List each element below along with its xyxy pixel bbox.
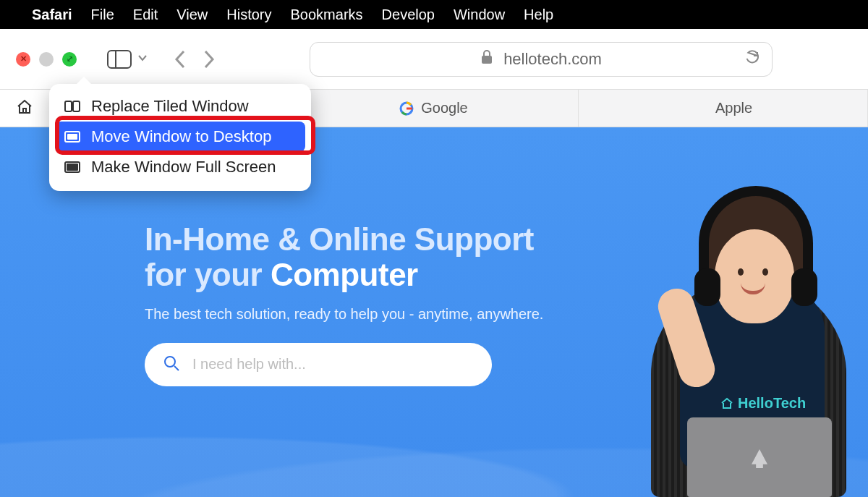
menubar-file[interactable]: File <box>91 7 114 23</box>
macos-menubar: Safari File Edit View History Bookmarks … <box>0 0 868 29</box>
svg-rect-8 <box>67 134 77 140</box>
fullscreen-icon <box>64 161 81 173</box>
forward-button[interactable] <box>201 49 216 69</box>
svg-rect-0 <box>108 51 131 68</box>
search-icon <box>163 355 179 374</box>
menu-item-label: Move Window to Desktop <box>91 127 271 146</box>
menubar-view[interactable]: View <box>176 7 208 23</box>
tab-apple[interactable]: Apple <box>579 90 868 127</box>
menubar-develop[interactable]: Develop <box>382 7 435 23</box>
search-placeholder: I need help with... <box>192 356 306 373</box>
chevron-down-icon[interactable] <box>137 53 148 66</box>
hero-line1: In-Home & Online Support <box>145 221 534 257</box>
tab-google[interactable]: Google <box>289 90 579 127</box>
sidebar-icon <box>107 50 132 69</box>
svg-rect-10 <box>67 163 78 171</box>
hero-search-input[interactable]: I need help with... <box>145 343 492 386</box>
window-icon <box>64 131 81 143</box>
home-favicon-icon[interactable] <box>16 98 33 119</box>
hero-heading: In-Home & Online Support for your Comput… <box>145 221 543 293</box>
svg-line-12 <box>174 366 179 370</box>
menubar-bookmarks[interactable]: Bookmarks <box>291 7 363 23</box>
menu-move-window-to-desktop[interactable]: Move Window to Desktop <box>55 122 305 152</box>
menu-make-window-full-screen[interactable]: Make Window Full Screen <box>55 152 305 182</box>
menu-item-label: Replace Tiled Window <box>91 97 249 116</box>
menu-replace-tiled-window[interactable]: Replace Tiled Window <box>55 91 305 122</box>
fullscreen-window-button[interactable]: ⤢ <box>62 52 77 67</box>
hero-person-illustration: HelloTech <box>637 164 861 497</box>
sidebar-toggle-button[interactable] <box>107 50 148 69</box>
window-tiling-menu: Replace Tiled Window Move Window to Desk… <box>49 84 311 191</box>
menu-item-label: Make Window Full Screen <box>91 158 276 177</box>
minimize-window-button[interactable] <box>39 52 54 67</box>
menubar-history[interactable]: History <box>226 7 271 23</box>
hero-line2-prefix: for your <box>145 257 271 292</box>
apple-favicon-icon <box>694 101 708 116</box>
svg-rect-2 <box>482 56 492 64</box>
laptop-icon <box>687 417 832 497</box>
safari-toolbar: ✕ ⤢ hellotech.com <box>0 29 868 90</box>
address-bar-domain: hellotech.com <box>503 50 602 69</box>
hero-section: In-Home & Online Support for your Comput… <box>145 221 543 386</box>
svg-point-11 <box>165 357 175 367</box>
tab-label: Google <box>421 100 468 116</box>
menubar-help[interactable]: Help <box>524 7 553 23</box>
hero-line2-strong: Computer <box>271 257 418 292</box>
reload-button[interactable] <box>744 49 760 69</box>
lock-icon <box>480 50 493 69</box>
svg-rect-3 <box>23 109 26 113</box>
tiled-windows-icon <box>64 101 81 112</box>
menubar-edit[interactable]: Edit <box>133 7 158 23</box>
svg-rect-5 <box>65 101 72 111</box>
address-bar[interactable]: hellotech.com <box>310 42 773 77</box>
hero-subtext: The best tech solution, ready to help yo… <box>145 306 543 323</box>
back-button[interactable] <box>174 49 188 69</box>
menubar-window[interactable]: Window <box>454 7 505 23</box>
svg-rect-6 <box>73 101 80 111</box>
menubar-app-name[interactable]: Safari <box>32 7 72 23</box>
shirt-logo: HelloTech <box>720 395 806 412</box>
traffic-lights: ✕ ⤢ <box>16 52 77 67</box>
tab-label: Apple <box>715 100 752 116</box>
google-favicon-icon <box>399 101 414 116</box>
shirt-brand-text: HelloTech <box>738 395 806 412</box>
close-window-button[interactable]: ✕ <box>16 52 30 67</box>
